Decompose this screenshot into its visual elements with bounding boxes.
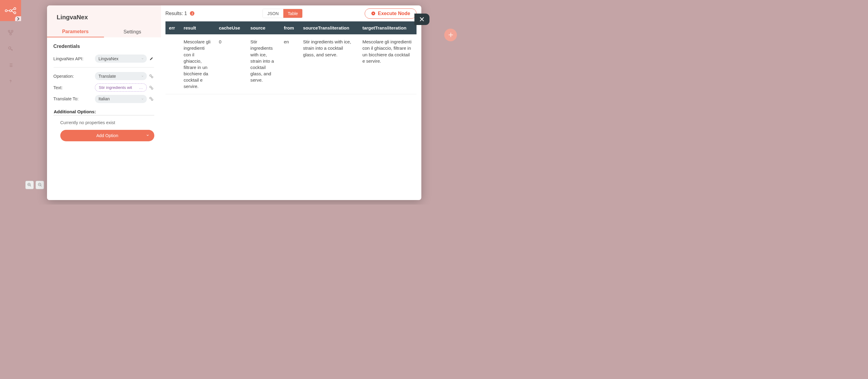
node-editor-modal: LingvaNex Parameters Settings Credential… [47,5,421,200]
zoom-out-icon [38,183,42,187]
info-icon[interactable]: i [190,11,194,16]
chevron-right-icon [15,15,22,23]
play-icon [371,11,375,16]
additional-options-heading: Additional Options: [53,107,154,116]
node-title: LingvaNex [47,5,161,26]
list-icon [8,62,13,68]
results-count: Results: 1 i [165,10,195,16]
text-options-button[interactable] [149,85,154,90]
svg-rect-9 [10,33,11,35]
col-cacheuse: cacheUse [215,21,247,34]
sidebar-item-help[interactable] [6,76,16,86]
chevron-down-icon [146,133,150,138]
text-field: Text: Stir ingredients wit … [52,82,156,93]
api-dropdown[interactable]: LingvaNex [95,55,147,63]
cell-sourcetrans: Stir ingredients with ice, strain into a… [300,34,359,94]
api-label: LingvaNex API: [53,56,93,61]
close-icon [418,16,425,23]
results-table-wrap: err result cacheUse source from sourceTr… [165,21,417,94]
parameters-panel: LingvaNex Parameters Settings Credential… [47,5,161,200]
key-icon [8,46,13,52]
cell-source: Stir ingredients with ice, strain into a… [247,34,280,94]
svg-point-2 [14,7,16,10]
translate-to-value: Italian [98,96,110,101]
operation-value: Translate [98,74,116,78]
svg-point-16 [151,88,153,89]
svg-point-17 [150,97,151,99]
svg-point-1 [10,10,12,12]
svg-point-10 [8,47,11,49]
sidebar-toggle[interactable] [15,16,22,21]
sidebar-item-workflows[interactable] [6,28,16,37]
col-targettrans: targetTransliteration [359,21,417,34]
translate-to-dropdown[interactable]: Italian [95,95,147,103]
results-panel: Results: 1 i JSON Table Execute Node [161,5,421,200]
svg-point-18 [151,99,153,100]
format-toggle: JSON Table [262,9,303,18]
translate-to-label: Translate To: [53,96,93,101]
format-json-button[interactable]: JSON [263,9,283,18]
format-table-button[interactable]: Table [283,9,303,18]
chevron-down-icon [141,96,144,101]
results-header: Results: 1 i JSON Table Execute Node [161,5,421,21]
operation-field: Operation: Translate [52,70,156,82]
cell-targettrans: Mescolare gli ingredienti con il ghiacci… [359,34,417,94]
tab-parameters[interactable]: Parameters [47,26,104,38]
workflow-icon [7,30,14,36]
zoom-in-button[interactable] [25,181,34,189]
sidebar-item-executions[interactable] [6,60,16,70]
svg-point-15 [150,86,151,87]
svg-point-13 [150,75,151,76]
operation-dropdown[interactable]: Translate [95,72,147,80]
add-option-button[interactable]: Add Option [60,130,154,141]
operation-options-button[interactable] [149,74,154,78]
col-source: source [247,21,280,34]
cell-from: en [280,34,300,94]
svg-point-0 [5,10,7,12]
sidebar-item-credentials[interactable] [6,44,16,54]
svg-line-6 [11,11,14,12]
gear-icon [149,96,154,101]
text-ellipsis: … [139,85,143,90]
pencil-icon [149,56,154,61]
credentials-heading: Credentials [52,43,156,49]
execute-label: Execute Node [378,10,410,16]
table-row[interactable]: Mescolare gli ingredienti con il ghiacci… [165,34,417,94]
execute-node-button[interactable]: Execute Node [365,8,417,19]
tab-settings[interactable]: Settings [104,26,161,38]
col-err: err [165,21,180,34]
text-expression-input[interactable]: Stir ingredients wit … [95,84,147,92]
gear-icon [149,74,154,78]
no-properties-text: Currently no properties exist [52,116,156,128]
translate-to-options-button[interactable] [149,96,154,101]
text-value: Stir ingredients wit [99,85,132,90]
credential-field: LingvaNex API: LingvaNex [52,53,156,64]
app-sidebar [0,0,21,204]
add-node-button[interactable] [444,29,457,41]
gear-icon [149,85,154,90]
svg-point-3 [14,11,16,13]
edit-credential-button[interactable] [149,56,154,61]
results-table: err result cacheUse source from sourceTr… [165,21,417,94]
zoom-out-button[interactable] [36,181,44,189]
chevron-down-icon [141,74,144,78]
cell-cacheuse: 0 [215,34,247,94]
col-from: from [280,21,300,34]
svg-line-5 [11,9,14,10]
table-header-row: err result cacheUse source from sourceTr… [165,21,417,34]
col-result: result [180,21,215,34]
text-label: Text: [53,85,93,90]
app-logo[interactable] [0,0,21,21]
translate-to-field: Translate To: Italian [52,93,156,105]
svg-rect-8 [11,30,13,32]
panel-tabs: Parameters Settings [47,26,161,38]
col-sourcetrans: sourceTransliteration [300,21,359,34]
zoom-in-icon [27,183,32,187]
close-button[interactable] [414,13,430,25]
api-value: LingvaNex [98,56,119,61]
n8n-logo-icon [5,7,16,15]
operation-label: Operation: [53,74,93,78]
svg-point-14 [151,76,153,78]
svg-rect-7 [8,30,10,32]
zoom-controls [25,181,44,189]
